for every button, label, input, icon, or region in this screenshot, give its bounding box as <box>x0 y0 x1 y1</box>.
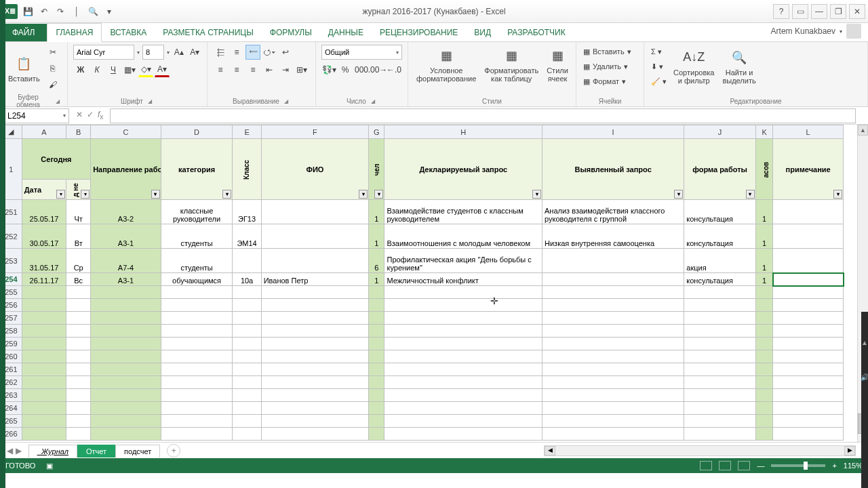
cell-declared[interactable]: Межличностный конфликт <box>384 273 542 286</box>
font-color-button[interactable]: A▾ <box>155 62 170 77</box>
macro-record-icon[interactable]: ▣ <box>46 462 53 470</box>
format-as-table-button[interactable]: ▦Форматировать как таблицу <box>481 45 541 84</box>
copy-button[interactable]: ⎘ <box>45 61 60 76</box>
cell-declared[interactable]: Взаимоотношения с молодым человеком <box>384 224 542 249</box>
qat-redo[interactable]: ↷ <box>54 5 66 18</box>
cell-hours[interactable]: 1 <box>755 249 772 273</box>
cell-hours[interactable]: 1 <box>755 273 772 286</box>
cell-class[interactable]: 10а <box>233 273 261 286</box>
cell-dow[interactable]: Вт <box>66 224 91 249</box>
wrap-text-button[interactable]: ↩ <box>278 45 293 60</box>
cell-dow[interactable]: Чт <box>66 200 91 224</box>
decrease-indent-button[interactable]: ⇤ <box>262 62 277 77</box>
horizontal-scrollbar[interactable]: ◀▶ <box>544 445 856 456</box>
shrink-font-button[interactable]: A▾ <box>189 45 202 60</box>
minimize-button[interactable]: — <box>811 4 827 19</box>
zoom-slider[interactable] <box>771 464 825 467</box>
sheet-tab-count[interactable]: подсчет <box>115 445 160 458</box>
user-account[interactable]: Artem Kunakbaev▾ <box>764 21 868 41</box>
cell-class[interactable] <box>233 249 261 273</box>
cell-identified[interactable] <box>542 249 684 273</box>
cell-cat[interactable]: классные руководители <box>161 200 233 224</box>
increase-indent-button[interactable]: ⇥ <box>278 62 293 77</box>
sheet-nav-next[interactable]: ▶ <box>16 446 22 455</box>
bold-button[interactable]: Ж <box>73 62 88 77</box>
decrease-decimal-button[interactable]: ←.0 <box>387 62 401 77</box>
cell-form[interactable]: консультация <box>684 273 756 286</box>
sheet-nav-prev[interactable]: ◀ <box>7 446 13 455</box>
grow-font-button[interactable]: A▴ <box>172 45 186 60</box>
align-middle-button[interactable]: ≡ <box>229 45 244 60</box>
cell-form[interactable]: консультация <box>684 224 756 249</box>
cell-identified[interactable]: Анализ взаимодействия классного руководи… <box>542 200 684 224</box>
col-header-K[interactable]: K <box>755 125 772 139</box>
font-name-input[interactable] <box>73 45 134 60</box>
page-layout-view-button[interactable] <box>719 461 731 470</box>
cell-fio[interactable]: Иванов Петр <box>261 273 369 286</box>
cell-dow[interactable]: Ср <box>66 249 91 273</box>
comma-button[interactable]: 000 <box>354 62 369 77</box>
col-header-B[interactable]: B <box>66 125 91 139</box>
cell-dow[interactable]: Вс <box>66 273 91 286</box>
clear-button[interactable]: 🧹 ▾ <box>650 75 668 88</box>
autosum-button[interactable]: Σ ▾ <box>650 45 668 58</box>
col-header-J[interactable]: J <box>684 125 756 139</box>
cell-styles-button[interactable]: ▦Стили ячеек <box>544 45 571 84</box>
align-left-button[interactable]: ≡ <box>213 62 228 77</box>
align-top-button[interactable]: ⬱ <box>213 45 228 60</box>
filter-button[interactable]: ▾ <box>359 190 368 199</box>
tab-data[interactable]: ДАННЫЕ <box>320 24 372 41</box>
tab-view[interactable]: ВИД <box>466 24 499 41</box>
page-break-view-button[interactable] <box>738 461 750 470</box>
increase-decimal-button[interactable]: .00→ <box>370 62 385 77</box>
col-header-A[interactable]: A <box>22 125 66 139</box>
cell-note[interactable] <box>773 249 844 273</box>
fill-button[interactable]: ⬇ ▾ <box>650 60 668 73</box>
tab-developer[interactable]: РАЗРАБОТЧИК <box>499 24 574 41</box>
find-select-button[interactable]: 🔍Найти и выделить <box>719 47 758 86</box>
col-header-C[interactable]: C <box>91 125 161 139</box>
normal-view-button[interactable] <box>700 461 712 470</box>
cell-hours[interactable]: 1 <box>755 224 772 249</box>
qat-custom[interactable]: ▾ <box>103 5 115 18</box>
formula-input[interactable] <box>110 108 856 123</box>
cell-people[interactable]: 1 <box>369 224 384 249</box>
number-format-combo[interactable]: Общий▾ <box>321 45 402 60</box>
cell-class[interactable]: ЭМ14 <box>233 224 261 249</box>
col-header-F[interactable]: F <box>261 125 369 139</box>
fx-button[interactable]: fx <box>98 110 103 121</box>
format-painter-button[interactable]: 🖌 <box>45 77 60 92</box>
filter-button[interactable]: ▾ <box>151 190 160 199</box>
sheet-tab-report[interactable]: Отчет <box>77 445 115 458</box>
insert-cells-button[interactable]: ▦ Вставить ▾ <box>582 45 638 58</box>
sort-filter-button[interactable]: A↓ZСортировка и фильтр <box>671 47 717 86</box>
number-launcher[interactable]: ◢ <box>369 98 377 105</box>
cell-note[interactable] <box>773 273 844 286</box>
fill-color-button[interactable]: ◇▾ <box>138 62 153 77</box>
cell-class[interactable]: ЭГ13 <box>233 200 261 224</box>
cut-button[interactable]: ✂ <box>45 45 60 60</box>
filter-button[interactable]: ▾ <box>222 190 231 199</box>
cell-fio[interactable] <box>261 200 369 224</box>
tab-file[interactable]: ФАЙЛ <box>0 24 47 41</box>
zoom-in-button[interactable]: + <box>832 462 836 470</box>
qat-undo[interactable]: ↶ <box>38 5 50 18</box>
filter-button[interactable]: ▾ <box>374 190 383 199</box>
align-right-button[interactable]: ≡ <box>245 62 260 77</box>
qat-save[interactable]: 💾 <box>22 5 34 18</box>
cell-date[interactable]: 26.11.17 <box>22 273 66 286</box>
cell-identified[interactable] <box>542 273 684 286</box>
underline-button[interactable]: Ч <box>106 62 121 77</box>
cell-dir[interactable]: А3-1 <box>91 273 161 286</box>
cell-declared[interactable]: Профилактическая акция "День борьбы с ку… <box>384 249 542 273</box>
cell-date[interactable]: 25.05.17 <box>22 200 66 224</box>
cell-note[interactable] <box>773 224 844 249</box>
filter-button[interactable]: ▾ <box>81 190 90 199</box>
cell-identified[interactable]: Низкая внутренняя самооценка <box>542 224 684 249</box>
cell-hours[interactable]: 1 <box>755 200 772 224</box>
filter-button[interactable]: ▾ <box>56 190 65 199</box>
filter-button[interactable]: ▾ <box>532 190 541 199</box>
close-button[interactable]: ✕ <box>849 4 865 19</box>
col-header-H[interactable]: H <box>384 125 542 139</box>
cell-date[interactable]: 30.05.17 <box>22 224 66 249</box>
